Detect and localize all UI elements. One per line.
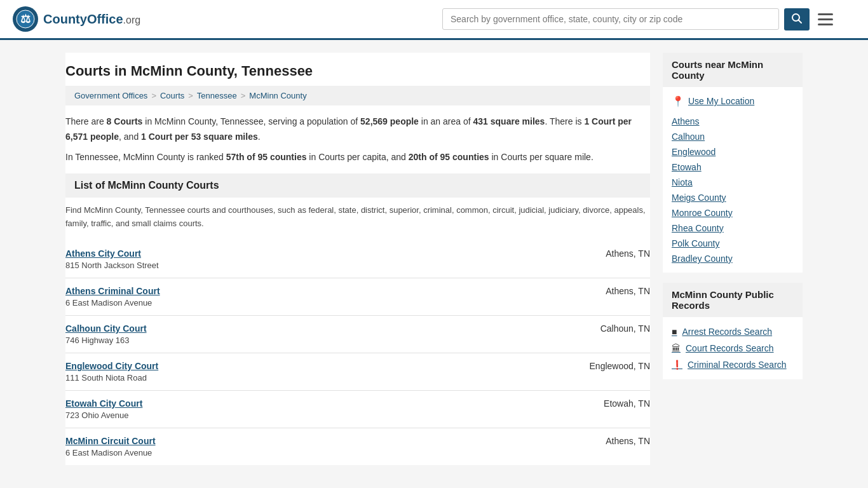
sidebar: Courts near McMinn County 📍 Use My Locat… bbox=[663, 53, 803, 465]
breadcrumb-tennessee[interactable]: Tennessee bbox=[197, 91, 237, 100]
header: ⚖ CountyOffice.org bbox=[0, 0, 868, 40]
court-item: Etowah City Court 723 Ohio Avenue Etowah… bbox=[65, 390, 650, 428]
use-location-link[interactable]: Use My Location bbox=[688, 93, 754, 109]
location-icon: 📍 bbox=[672, 95, 684, 107]
sidebar-courts-near-header: Courts near McMinn County bbox=[663, 53, 803, 87]
list-header: List of McMinn County Courts bbox=[65, 173, 650, 198]
rank-sq: 20th of 95 counties bbox=[409, 152, 489, 162]
court-address: 111 South Niota Road bbox=[65, 373, 158, 383]
court-item: Englewood City Court 111 South Niota Roa… bbox=[65, 353, 650, 390]
nearby-city-link[interactable]: Athens bbox=[672, 114, 794, 129]
public-records-header: McMinn County Public Records bbox=[663, 283, 803, 317]
court-address: 6 East Madison Avenue bbox=[65, 448, 156, 458]
court-address: 6 East Madison Avenue bbox=[65, 298, 160, 308]
court-left: Etowah City Court 723 Ohio Avenue bbox=[65, 398, 142, 420]
court-city: Athens, TN bbox=[606, 286, 650, 296]
court-left: Athens City Court 815 North Jackson Stre… bbox=[65, 248, 159, 270]
area: 431 square miles bbox=[473, 116, 545, 126]
court-city: Athens, TN bbox=[606, 436, 650, 446]
court-count: 8 Courts bbox=[107, 116, 143, 126]
court-item: Calhoun City Court 746 Highway 163 Calho… bbox=[65, 315, 650, 353]
logo-area: ⚖ CountyOffice.org bbox=[13, 6, 140, 32]
breadcrumb-gov-offices[interactable]: Government Offices bbox=[74, 91, 147, 100]
court-name[interactable]: Calhoun City Court bbox=[65, 323, 147, 334]
breadcrumb-mcminn[interactable]: McMinn County bbox=[249, 91, 306, 100]
records-content: ■ Arrest Records Search 🏛 Court Records … bbox=[663, 317, 803, 379]
search-button[interactable] bbox=[784, 8, 810, 30]
court-item: Athens City Court 815 North Jackson Stre… bbox=[65, 241, 650, 278]
rank-capita: 57th of 95 counties bbox=[226, 152, 307, 162]
content-area: Courts in McMinn County, Tennessee Gover… bbox=[65, 53, 650, 465]
nearby-city-link[interactable]: Etowah bbox=[672, 159, 794, 175]
nearby-city-link[interactable]: Niota bbox=[672, 175, 794, 190]
court-name[interactable]: Etowah City Court bbox=[65, 398, 142, 409]
court-name[interactable]: Athens Criminal Court bbox=[65, 286, 160, 296]
record-icon: 🏛 bbox=[672, 343, 681, 353]
list-description: Find McMinn County, Tennessee courts and… bbox=[65, 204, 650, 231]
nearby-city-link[interactable]: Calhoun bbox=[672, 129, 794, 144]
logo-icon: ⚖ bbox=[13, 6, 38, 32]
breadcrumb-courts[interactable]: Courts bbox=[160, 91, 184, 100]
record-label: Court Records Search bbox=[686, 343, 774, 353]
court-item: Athens Criminal Court 6 East Madison Ave… bbox=[65, 278, 650, 315]
record-icon: ■ bbox=[672, 327, 677, 337]
stats-line-1: There are 8 Courts in McMinn County, Ten… bbox=[65, 114, 650, 145]
public-records-section: McMinn County Public Records ■ Arrest Re… bbox=[663, 283, 803, 379]
population: 52,569 people bbox=[360, 116, 419, 126]
court-left: McMinn Circuit Court 6 East Madison Aven… bbox=[65, 436, 156, 458]
court-name[interactable]: Athens City Court bbox=[65, 248, 159, 259]
record-link[interactable]: ■ Arrest Records Search bbox=[672, 323, 794, 340]
nearby-city-link[interactable]: Rhea County bbox=[672, 220, 794, 236]
breadcrumb: Government Offices > Courts > Tennessee … bbox=[65, 86, 650, 105]
stats-section: There are 8 Courts in McMinn County, Ten… bbox=[65, 114, 650, 173]
court-address: 723 Ohio Avenue bbox=[65, 410, 142, 420]
logo-text: CountyOffice.org bbox=[43, 12, 140, 27]
record-icon: ❗ bbox=[672, 360, 682, 370]
court-address: 815 North Jackson Street bbox=[65, 261, 159, 270]
court-city: Etowah, TN bbox=[604, 398, 650, 409]
menu-line-1 bbox=[818, 13, 833, 15]
menu-button[interactable] bbox=[815, 10, 836, 29]
nearby-city-link[interactable]: Polk County bbox=[672, 236, 794, 251]
main-container: Courts in McMinn County, Tennessee Gover… bbox=[53, 40, 815, 478]
page-title: Courts in McMinn County, Tennessee bbox=[65, 53, 650, 86]
breadcrumb-sep-3: > bbox=[241, 91, 246, 100]
court-city: Athens, TN bbox=[606, 248, 650, 259]
courts-list: Athens City Court 815 North Jackson Stre… bbox=[65, 241, 650, 465]
nearby-city-link[interactable]: Bradley County bbox=[672, 251, 794, 266]
court-left: Calhoun City Court 746 Highway 163 bbox=[65, 323, 147, 345]
breadcrumb-sep-1: > bbox=[151, 91, 156, 100]
search-area bbox=[442, 8, 836, 30]
court-left: Englewood City Court 111 South Niota Roa… bbox=[65, 361, 158, 383]
nearby-city-link[interactable]: Monroe County bbox=[672, 205, 794, 220]
sidebar-courts-near-content: 📍 Use My Location AthensCalhounEnglewood… bbox=[663, 87, 803, 273]
breadcrumb-sep-2: > bbox=[188, 91, 193, 100]
record-label: Arrest Records Search bbox=[682, 327, 772, 337]
record-link[interactable]: 🏛 Court Records Search bbox=[672, 340, 794, 356]
sidebar-courts-near: Courts near McMinn County 📍 Use My Locat… bbox=[663, 53, 803, 273]
court-item: McMinn Circuit Court 6 East Madison Aven… bbox=[65, 428, 650, 465]
svg-text:⚖: ⚖ bbox=[20, 13, 31, 25]
record-label: Criminal Records Search bbox=[688, 360, 787, 370]
record-link[interactable]: ❗ Criminal Records Search bbox=[672, 356, 794, 373]
court-city: Englewood, TN bbox=[590, 361, 650, 371]
per-sq: 1 Court per 53 square miles bbox=[141, 132, 258, 142]
nearby-cities-container: AthensCalhounEnglewoodEtowahNiotaMeigs C… bbox=[672, 114, 794, 266]
svg-line-4 bbox=[799, 20, 802, 23]
menu-line-2 bbox=[818, 18, 833, 20]
court-name[interactable]: Englewood City Court bbox=[65, 361, 158, 371]
menu-line-3 bbox=[818, 24, 833, 25]
nearby-city-link[interactable]: Englewood bbox=[672, 144, 794, 159]
stats-line-2: In Tennessee, McMinn County is ranked 57… bbox=[65, 150, 650, 165]
court-address: 746 Highway 163 bbox=[65, 336, 147, 345]
nearby-city-link[interactable]: Meigs County bbox=[672, 190, 794, 205]
court-name[interactable]: McMinn Circuit Court bbox=[65, 436, 156, 446]
court-city: Calhoun, TN bbox=[600, 323, 650, 334]
court-left: Athens Criminal Court 6 East Madison Ave… bbox=[65, 286, 160, 308]
use-location-container: 📍 Use My Location bbox=[672, 93, 794, 109]
search-input[interactable] bbox=[442, 8, 779, 30]
